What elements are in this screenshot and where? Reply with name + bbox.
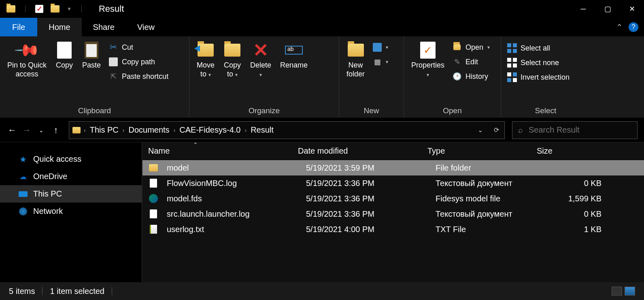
edit-icon: ✎ — [453, 57, 461, 66]
history-button[interactable]: 🕑History — [450, 70, 492, 82]
copy-button[interactable]: Copy — [52, 40, 77, 71]
sidebar-item-network[interactable]: Network — [0, 203, 142, 220]
delete-button[interactable]: ✕ Delete▾ — [247, 40, 274, 81]
pc-icon — [19, 190, 28, 199]
thumbnails-view-button[interactable] — [625, 287, 635, 296]
window-title: Result — [99, 4, 124, 14]
back-button[interactable]: ← — [6, 125, 18, 135]
ribbon: 📌 Pin to Quick access Copy Paste ✂Cut Co… — [0, 36, 644, 118]
pin-to-quick-access-button[interactable]: 📌 Pin to Quick access — [4, 40, 50, 80]
file-date: 5/19/2021 4:00 PM — [306, 225, 436, 234]
column-header-date[interactable]: Date modified — [298, 146, 427, 156]
column-header-size[interactable]: Size — [537, 146, 597, 156]
tab-view[interactable]: View — [126, 18, 166, 36]
breadcrumb[interactable]: This PC — [86, 125, 123, 135]
column-header-name[interactable]: ⌃Name — [148, 146, 298, 156]
up-button[interactable]: ↑ — [50, 125, 62, 135]
column-headers: ⌃Name Date modified Type Size — [142, 142, 644, 160]
folder-icon — [198, 44, 214, 57]
navbar: ← → ⌄ ↑ › This PC › Documents › CAE-Fide… — [0, 118, 644, 142]
doc-icon — [148, 209, 159, 219]
sidebar-item-quick-access[interactable]: ★Quick access — [0, 150, 142, 168]
separator — [81, 5, 82, 13]
chevron-down-icon: ▾ — [427, 72, 429, 78]
address-dropdown-icon[interactable]: ⌄ — [472, 126, 488, 134]
breadcrumb[interactable]: Documents — [124, 125, 173, 135]
details-view-button[interactable] — [612, 287, 622, 296]
chevron-down-icon: ▾ — [386, 59, 388, 65]
file-date: 5/19/2021 3:36 PM — [306, 194, 436, 203]
invert-selection-button[interactable]: Invert selection — [505, 71, 586, 83]
maximize-button[interactable]: ▢ — [595, 0, 620, 18]
status-item-count: 5 items — [9, 287, 35, 296]
status-bar: 5 items 1 item selected — [0, 282, 644, 300]
new-item-button[interactable]: ▾ — [370, 41, 391, 53]
paste-button[interactable]: Paste — [79, 40, 104, 71]
search-box[interactable]: ⌕ — [512, 121, 638, 139]
file-row[interactable]: model.fds 5/19/2021 3:36 PM Fidesys mode… — [142, 191, 644, 206]
recent-dropdown-icon[interactable]: ⌄ — [36, 127, 47, 133]
group-label-organize: Organize — [193, 105, 335, 115]
file-row[interactable]: model 5/19/2021 3:59 PM File folder — [142, 160, 644, 175]
cloud-icon: ☁ — [19, 172, 28, 181]
folder-icon — [348, 44, 364, 57]
fds-icon — [148, 193, 159, 204]
clipboard-icon — [85, 42, 98, 59]
cut-button[interactable]: ✂Cut — [106, 41, 171, 53]
copy-path-button[interactable]: Copy path — [106, 56, 171, 68]
file-row[interactable]: FlowVisionMBC.log 5/19/2021 3:36 PM Текс… — [142, 175, 644, 191]
path-icon — [109, 57, 118, 66]
chevron-down-icon: ▾ — [487, 44, 490, 50]
move-to-button[interactable]: Move to ▾ — [193, 40, 218, 81]
paste-shortcut-button[interactable]: ⇱Paste shortcut — [106, 70, 171, 82]
refresh-icon[interactable]: ⟳ — [488, 126, 504, 134]
search-input[interactable] — [529, 125, 637, 135]
forward-button[interactable]: → — [21, 125, 32, 135]
select-none-icon — [508, 58, 516, 67]
minimize-button[interactable]: ─ — [571, 0, 595, 18]
select-none-button[interactable]: Select none — [505, 57, 586, 69]
file-name: model.fds — [167, 194, 306, 203]
history-icon: 🕑 — [453, 72, 461, 81]
file-date: 5/19/2021 3:36 PM — [306, 179, 436, 188]
address-bar[interactable]: › This PC › Documents › CAE-Fidesys-4.0 … — [69, 121, 505, 139]
x-icon: ✕ — [252, 41, 270, 59]
file-size: 1,599 KB — [545, 194, 606, 203]
close-button[interactable]: ✕ — [620, 0, 644, 18]
qat-dropdown-icon[interactable]: ▼ — [67, 6, 72, 12]
file-name: userlog.txt — [167, 225, 306, 234]
rename-button[interactable]: Rename — [277, 40, 311, 71]
breadcrumb[interactable]: CAE-Fidesys-4.0 — [175, 125, 244, 135]
select-all-button[interactable]: Select all — [505, 42, 586, 54]
file-size: 0 KB — [545, 209, 606, 219]
search-icon: ⌕ — [512, 125, 529, 135]
file-row[interactable]: src.launch.launcher.log 5/19/2021 3:36 P… — [142, 206, 644, 222]
group-label-open: Open — [408, 105, 497, 115]
collapse-ribbon-icon[interactable]: ⌃ — [614, 22, 625, 32]
edit-button[interactable]: ✎Edit — [450, 56, 492, 68]
column-header-type[interactable]: Type — [427, 146, 537, 156]
help-icon[interactable]: ? — [629, 22, 638, 32]
file-row[interactable]: userlog.txt 5/19/2021 4:00 PM TXT File 1… — [142, 222, 644, 237]
sidebar-item-onedrive[interactable]: ☁OneDrive — [0, 168, 142, 185]
tab-home[interactable]: Home — [37, 18, 81, 36]
copy-to-button[interactable]: Copy to ▾ — [220, 40, 244, 81]
tab-file[interactable]: File — [0, 18, 37, 36]
sidebar: ★Quick access ☁OneDrive This PC Network — [0, 142, 142, 282]
easy-access-button[interactable]: ▦▾ — [370, 56, 391, 68]
file-size: 1 KB — [545, 225, 606, 234]
file-name: model — [167, 163, 306, 173]
folder-icon — [72, 127, 81, 133]
file-type: TXT File — [436, 225, 545, 234]
new-folder-qat-icon[interactable] — [51, 5, 60, 13]
sidebar-item-this-pc[interactable]: This PC — [0, 185, 142, 203]
shortcut-icon: ⇱ — [109, 72, 118, 81]
open-button[interactable]: Open ▾ — [450, 41, 492, 53]
breadcrumb[interactable]: Result — [247, 125, 278, 135]
properties-qat-icon[interactable]: ✓ — [35, 5, 43, 13]
network-icon — [19, 207, 28, 216]
file-type: File folder — [436, 163, 545, 173]
tab-share[interactable]: Share — [82, 18, 126, 36]
properties-button[interactable]: ✓ Properties▾ — [408, 40, 448, 81]
new-folder-button[interactable]: New folder — [343, 40, 368, 80]
